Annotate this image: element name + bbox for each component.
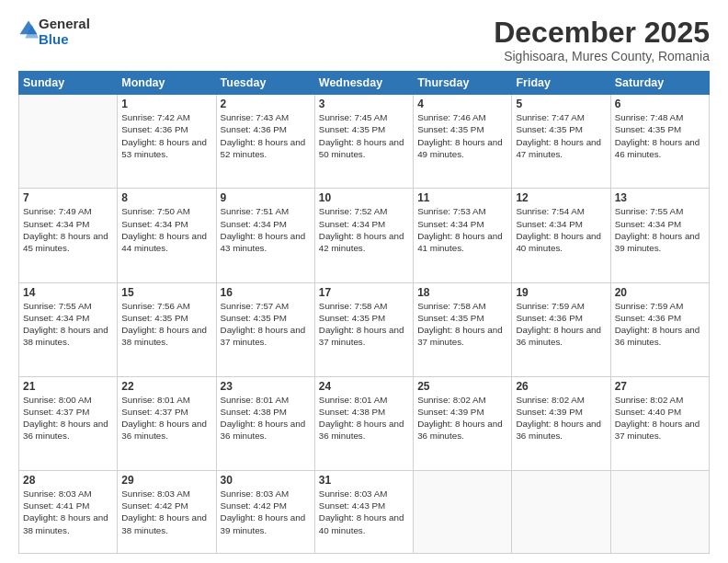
cell-info: Sunrise: 7:58 AMSunset: 4:35 PMDaylight:… [417,300,507,349]
cell-info: Sunrise: 7:47 AMSunset: 4:35 PMDaylight:… [516,111,606,160]
day-number: 7 [23,191,113,204]
calendar-cell: 17Sunrise: 7:58 AMSunset: 4:35 PMDayligh… [314,282,413,376]
day-number: 15 [121,286,211,299]
day-number: 31 [319,474,409,487]
calendar-cell: 7Sunrise: 7:49 AMSunset: 4:34 PMDaylight… [19,189,118,282]
cell-info: Sunrise: 8:03 AMSunset: 4:42 PMDaylight:… [221,488,311,536]
day-number: 4 [417,98,507,110]
calendar-cell: 9Sunrise: 7:51 AMSunset: 4:34 PMDaylight… [216,189,314,282]
calendar-header-thursday: Thursday [414,72,512,95]
cell-info: Sunrise: 7:51 AMSunset: 4:34 PMDaylight:… [221,205,311,254]
cell-info: Sunrise: 7:50 AMSunset: 4:34 PMDaylight:… [121,205,211,254]
logo: General Blue [18,17,90,47]
calendar-header-sunday: Sunday [19,72,118,95]
calendar-cell: 28Sunrise: 8:03 AMSunset: 4:41 PMDayligh… [19,470,118,553]
cell-info: Sunrise: 7:48 AMSunset: 4:35 PMDaylight:… [615,111,705,160]
day-number: 1 [121,98,211,110]
calendar-cell: 21Sunrise: 8:00 AMSunset: 4:37 PMDayligh… [19,376,118,470]
calendar-cell [512,470,610,553]
calendar-cell: 29Sunrise: 8:03 AMSunset: 4:42 PMDayligh… [118,470,216,553]
calendar-week-row: 21Sunrise: 8:00 AMSunset: 4:37 PMDayligh… [19,376,710,470]
cell-info: Sunrise: 8:02 AMSunset: 4:40 PMDaylight:… [615,394,705,442]
day-number: 21 [23,380,113,393]
cell-info: Sunrise: 8:00 AMSunset: 4:37 PMDaylight:… [23,394,113,442]
page: General Blue December 2025 Sighisoara, M… [0,0,728,563]
calendar-cell: 12Sunrise: 7:54 AMSunset: 4:34 PMDayligh… [512,189,610,282]
calendar-cell: 10Sunrise: 7:52 AMSunset: 4:34 PMDayligh… [314,189,413,282]
title-block: December 2025 Sighisoara, Mures County, … [494,17,710,63]
calendar-cell: 6Sunrise: 7:48 AMSunset: 4:35 PMDaylight… [610,95,709,189]
day-number: 5 [516,98,606,110]
cell-info: Sunrise: 7:58 AMSunset: 4:35 PMDaylight:… [319,300,409,349]
calendar-cell: 19Sunrise: 7:59 AMSunset: 4:36 PMDayligh… [512,282,610,376]
calendar-cell: 23Sunrise: 8:01 AMSunset: 4:38 PMDayligh… [216,376,314,470]
day-number: 19 [516,286,606,299]
cell-info: Sunrise: 7:43 AMSunset: 4:36 PMDaylight:… [221,111,311,160]
day-number: 26 [516,380,606,393]
cell-info: Sunrise: 8:01 AMSunset: 4:37 PMDaylight:… [121,394,211,442]
calendar-cell: 2Sunrise: 7:43 AMSunset: 4:36 PMDaylight… [216,95,314,189]
calendar-cell: 8Sunrise: 7:50 AMSunset: 4:34 PMDaylight… [118,189,216,282]
calendar-cell: 24Sunrise: 8:01 AMSunset: 4:38 PMDayligh… [314,376,413,470]
calendar-cell: 25Sunrise: 8:02 AMSunset: 4:39 PMDayligh… [414,376,512,470]
calendar-cell: 1Sunrise: 7:42 AMSunset: 4:36 PMDaylight… [118,95,216,189]
cell-info: Sunrise: 7:56 AMSunset: 4:35 PMDaylight:… [121,300,211,349]
calendar-cell [610,470,709,553]
cell-info: Sunrise: 8:02 AMSunset: 4:39 PMDaylight:… [417,394,507,442]
calendar-header-saturday: Saturday [610,72,709,95]
day-number: 18 [417,286,507,299]
calendar-week-row: 14Sunrise: 7:55 AMSunset: 4:34 PMDayligh… [19,282,710,376]
cell-info: Sunrise: 8:03 AMSunset: 4:42 PMDaylight:… [121,488,211,536]
calendar-cell: 11Sunrise: 7:53 AMSunset: 4:34 PMDayligh… [414,189,512,282]
cell-info: Sunrise: 8:03 AMSunset: 4:43 PMDaylight:… [319,488,409,536]
cell-info: Sunrise: 8:03 AMSunset: 4:41 PMDaylight:… [23,488,113,536]
day-number: 14 [23,286,113,299]
calendar-cell: 30Sunrise: 8:03 AMSunset: 4:42 PMDayligh… [216,470,314,553]
calendar-cell: 15Sunrise: 7:56 AMSunset: 4:35 PMDayligh… [118,282,216,376]
calendar-week-row: 7Sunrise: 7:49 AMSunset: 4:34 PMDaylight… [19,189,710,282]
day-number: 9 [221,191,311,204]
day-number: 20 [615,286,705,299]
location: Sighisoara, Mures County, Romania [494,49,710,63]
calendar-cell: 18Sunrise: 7:58 AMSunset: 4:35 PMDayligh… [414,282,512,376]
calendar-cell: 16Sunrise: 7:57 AMSunset: 4:35 PMDayligh… [216,282,314,376]
day-number: 6 [615,98,705,110]
day-number: 28 [23,474,113,487]
day-number: 27 [615,380,705,393]
day-number: 12 [516,191,606,204]
cell-info: Sunrise: 7:45 AMSunset: 4:35 PMDaylight:… [319,111,409,160]
logo-blue: Blue [39,31,69,47]
cell-info: Sunrise: 8:02 AMSunset: 4:39 PMDaylight:… [516,394,606,442]
logo-general: General [39,16,90,31]
day-number: 2 [221,98,311,110]
cell-info: Sunrise: 7:59 AMSunset: 4:36 PMDaylight:… [615,300,705,349]
day-number: 17 [319,286,409,299]
cell-info: Sunrise: 7:42 AMSunset: 4:36 PMDaylight:… [121,111,211,160]
cell-info: Sunrise: 7:55 AMSunset: 4:34 PMDaylight:… [23,300,113,349]
logo-icon [18,19,39,40]
day-number: 23 [221,380,311,393]
calendar-cell: 26Sunrise: 8:02 AMSunset: 4:39 PMDayligh… [512,376,610,470]
cell-info: Sunrise: 7:53 AMSunset: 4:34 PMDaylight:… [417,205,507,254]
day-number: 11 [417,191,507,204]
calendar-cell: 27Sunrise: 8:02 AMSunset: 4:40 PMDayligh… [610,376,709,470]
cell-info: Sunrise: 7:54 AMSunset: 4:34 PMDaylight:… [516,205,606,254]
day-number: 24 [319,380,409,393]
calendar-cell: 13Sunrise: 7:55 AMSunset: 4:34 PMDayligh… [610,189,709,282]
calendar-week-row: 1Sunrise: 7:42 AMSunset: 4:36 PMDaylight… [19,95,710,189]
day-number: 16 [221,286,311,299]
calendar-week-row: 28Sunrise: 8:03 AMSunset: 4:41 PMDayligh… [19,470,710,553]
day-number: 8 [121,191,211,204]
day-number: 13 [615,191,705,204]
day-number: 30 [221,474,311,487]
day-number: 10 [319,191,409,204]
calendar-table: SundayMondayTuesdayWednesdayThursdayFrid… [18,71,710,554]
header: General Blue December 2025 Sighisoara, M… [18,17,710,63]
day-number: 22 [121,380,211,393]
logo-text: General Blue [39,17,90,47]
calendar-header-monday: Monday [118,72,216,95]
calendar-cell: 5Sunrise: 7:47 AMSunset: 4:35 PMDaylight… [512,95,610,189]
calendar-header-wednesday: Wednesday [314,72,413,95]
month-title: December 2025 [494,17,710,49]
day-number: 25 [417,380,507,393]
